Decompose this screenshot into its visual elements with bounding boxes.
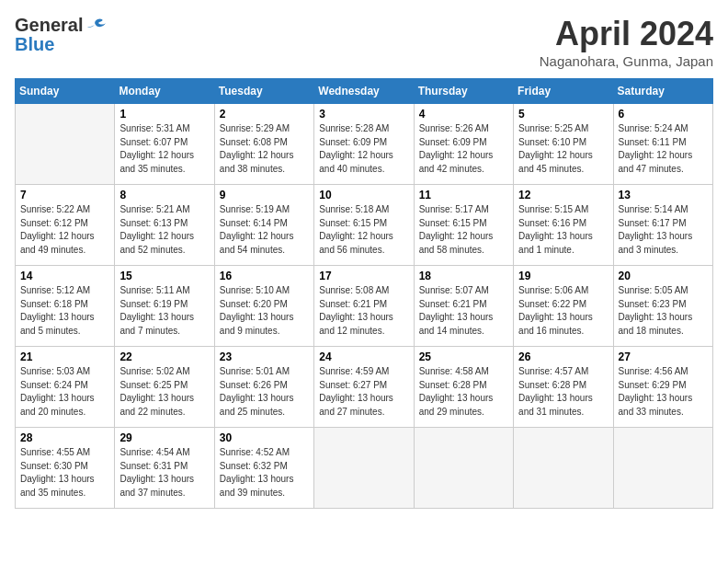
calendar-cell: 29Sunrise: 4:54 AM Sunset: 6:31 PM Dayli… <box>115 428 214 509</box>
day-number: 4 <box>419 108 508 121</box>
calendar-week-row: 28Sunrise: 4:55 AM Sunset: 6:30 PM Dayli… <box>16 428 713 509</box>
day-info: Sunrise: 5:02 AM Sunset: 6:25 PM Dayligh… <box>119 365 209 419</box>
day-info: Sunrise: 5:05 AM Sunset: 6:23 PM Dayligh… <box>619 284 708 338</box>
calendar-header-saturday: Saturday <box>613 79 712 104</box>
day-number: 14 <box>20 270 109 282</box>
calendar-cell: 2Sunrise: 5:29 AM Sunset: 6:08 PM Daylig… <box>214 104 313 185</box>
calendar-cell: 3Sunrise: 5:28 AM Sunset: 6:09 PM Daylig… <box>314 104 414 185</box>
calendar-cell: 1Sunrise: 5:31 AM Sunset: 6:07 PM Daylig… <box>115 104 214 185</box>
day-info: Sunrise: 4:54 AM Sunset: 6:31 PM Dayligh… <box>119 446 209 500</box>
day-info: Sunrise: 5:08 AM Sunset: 6:21 PM Dayligh… <box>319 284 408 338</box>
day-info: Sunrise: 5:11 AM Sunset: 6:19 PM Dayligh… <box>119 284 209 338</box>
calendar-cell: 7Sunrise: 5:22 AM Sunset: 6:12 PM Daylig… <box>16 185 115 266</box>
calendar-cell: 22Sunrise: 5:02 AM Sunset: 6:25 PM Dayli… <box>115 347 214 428</box>
calendar-week-row: 14Sunrise: 5:12 AM Sunset: 6:18 PM Dayli… <box>16 266 713 347</box>
day-info: Sunrise: 5:10 AM Sunset: 6:20 PM Dayligh… <box>220 284 309 338</box>
logo-bird-icon <box>85 17 106 34</box>
calendar-cell <box>514 428 613 509</box>
day-info: Sunrise: 4:57 AM Sunset: 6:28 PM Dayligh… <box>518 365 608 419</box>
calendar-cell: 23Sunrise: 5:01 AM Sunset: 6:26 PM Dayli… <box>214 347 313 428</box>
title-area: April 2024 Naganohara, Gunma, Japan <box>540 15 713 69</box>
calendar-cell: 10Sunrise: 5:18 AM Sunset: 6:15 PM Dayli… <box>314 185 414 266</box>
day-number: 25 <box>419 350 508 363</box>
calendar-cell: 5Sunrise: 5:25 AM Sunset: 6:10 PM Daylig… <box>514 104 613 185</box>
calendar-header-wednesday: Wednesday <box>314 79 414 104</box>
day-number: 27 <box>619 350 708 363</box>
day-number: 12 <box>518 189 608 201</box>
day-info: Sunrise: 5:15 AM Sunset: 6:16 PM Dayligh… <box>518 203 608 257</box>
day-number: 7 <box>20 189 109 201</box>
calendar-cell: 24Sunrise: 4:59 AM Sunset: 6:27 PM Dayli… <box>314 347 414 428</box>
calendar-header-friday: Friday <box>514 79 613 104</box>
day-number: 11 <box>419 189 508 201</box>
logo-blue-text: Blue <box>15 34 54 55</box>
day-info: Sunrise: 5:22 AM Sunset: 6:12 PM Dayligh… <box>20 203 109 257</box>
calendar-cell: 11Sunrise: 5:17 AM Sunset: 6:15 PM Dayli… <box>414 185 513 266</box>
calendar-cell: 14Sunrise: 5:12 AM Sunset: 6:18 PM Dayli… <box>16 266 115 347</box>
day-number: 18 <box>419 270 508 282</box>
calendar-week-row: 21Sunrise: 5:03 AM Sunset: 6:24 PM Dayli… <box>16 347 713 428</box>
logo-general-text: General <box>15 15 83 36</box>
day-info: Sunrise: 5:18 AM Sunset: 6:15 PM Dayligh… <box>319 203 408 257</box>
day-number: 9 <box>220 189 309 201</box>
calendar-cell <box>16 104 115 185</box>
page-header: General Blue April 2024 Naganohara, Gunm… <box>15 15 713 69</box>
calendar-cell: 16Sunrise: 5:10 AM Sunset: 6:20 PM Dayli… <box>214 266 313 347</box>
day-info: Sunrise: 5:31 AM Sunset: 6:07 PM Dayligh… <box>119 122 209 176</box>
day-info: Sunrise: 5:07 AM Sunset: 6:21 PM Dayligh… <box>419 284 508 338</box>
calendar-cell: 21Sunrise: 5:03 AM Sunset: 6:24 PM Dayli… <box>16 347 115 428</box>
day-info: Sunrise: 5:03 AM Sunset: 6:24 PM Dayligh… <box>20 365 109 419</box>
day-number: 30 <box>220 431 309 444</box>
day-info: Sunrise: 5:29 AM Sunset: 6:08 PM Dayligh… <box>220 122 309 176</box>
logo: General Blue <box>15 15 106 55</box>
day-info: Sunrise: 4:59 AM Sunset: 6:27 PM Dayligh… <box>319 365 408 419</box>
day-info: Sunrise: 4:55 AM Sunset: 6:30 PM Dayligh… <box>20 446 109 500</box>
day-info: Sunrise: 5:17 AM Sunset: 6:15 PM Dayligh… <box>419 203 508 257</box>
day-number: 26 <box>518 350 608 363</box>
day-info: Sunrise: 5:24 AM Sunset: 6:11 PM Dayligh… <box>619 122 708 176</box>
calendar-header-thursday: Thursday <box>414 79 513 104</box>
day-number: 5 <box>518 108 608 121</box>
day-info: Sunrise: 4:52 AM Sunset: 6:32 PM Dayligh… <box>220 446 309 500</box>
calendar-cell: 18Sunrise: 5:07 AM Sunset: 6:21 PM Dayli… <box>414 266 513 347</box>
location: Naganohara, Gunma, Japan <box>540 53 713 69</box>
day-number: 22 <box>119 350 209 363</box>
calendar-week-row: 1Sunrise: 5:31 AM Sunset: 6:07 PM Daylig… <box>16 104 713 185</box>
day-info: Sunrise: 5:25 AM Sunset: 6:10 PM Dayligh… <box>518 122 608 176</box>
day-number: 23 <box>220 350 309 363</box>
calendar-cell: 25Sunrise: 4:58 AM Sunset: 6:28 PM Dayli… <box>414 347 513 428</box>
calendar-week-row: 7Sunrise: 5:22 AM Sunset: 6:12 PM Daylig… <box>16 185 713 266</box>
calendar-cell: 28Sunrise: 4:55 AM Sunset: 6:30 PM Dayli… <box>16 428 115 509</box>
calendar-cell: 15Sunrise: 5:11 AM Sunset: 6:19 PM Dayli… <box>115 266 214 347</box>
day-info: Sunrise: 5:26 AM Sunset: 6:09 PM Dayligh… <box>419 122 508 176</box>
day-info: Sunrise: 5:19 AM Sunset: 6:14 PM Dayligh… <box>220 203 309 257</box>
day-info: Sunrise: 5:28 AM Sunset: 6:09 PM Dayligh… <box>319 122 408 176</box>
day-info: Sunrise: 4:58 AM Sunset: 6:28 PM Dayligh… <box>419 365 508 419</box>
calendar-table: SundayMondayTuesdayWednesdayThursdayFrid… <box>15 78 713 509</box>
day-info: Sunrise: 5:21 AM Sunset: 6:13 PM Dayligh… <box>119 203 209 257</box>
day-info: Sunrise: 5:06 AM Sunset: 6:22 PM Dayligh… <box>518 284 608 338</box>
day-info: Sunrise: 5:01 AM Sunset: 6:26 PM Dayligh… <box>220 365 309 419</box>
calendar-cell <box>414 428 513 509</box>
day-number: 24 <box>319 350 408 363</box>
day-number: 3 <box>319 108 408 121</box>
calendar-cell: 19Sunrise: 5:06 AM Sunset: 6:22 PM Dayli… <box>514 266 613 347</box>
calendar-cell: 30Sunrise: 4:52 AM Sunset: 6:32 PM Dayli… <box>214 428 313 509</box>
day-number: 2 <box>220 108 309 121</box>
calendar-header-tuesday: Tuesday <box>214 79 313 104</box>
day-info: Sunrise: 4:56 AM Sunset: 6:29 PM Dayligh… <box>619 365 708 419</box>
calendar-cell <box>613 428 712 509</box>
day-number: 19 <box>518 270 608 282</box>
day-number: 20 <box>619 270 708 282</box>
month-title: April 2024 <box>540 15 713 53</box>
calendar-header-row: SundayMondayTuesdayWednesdayThursdayFrid… <box>16 79 713 104</box>
calendar-cell: 6Sunrise: 5:24 AM Sunset: 6:11 PM Daylig… <box>613 104 712 185</box>
calendar-cell: 13Sunrise: 5:14 AM Sunset: 6:17 PM Dayli… <box>613 185 712 266</box>
calendar-cell: 9Sunrise: 5:19 AM Sunset: 6:14 PM Daylig… <box>214 185 313 266</box>
calendar-cell: 8Sunrise: 5:21 AM Sunset: 6:13 PM Daylig… <box>115 185 214 266</box>
calendar-header-monday: Monday <box>115 79 214 104</box>
day-number: 13 <box>619 189 708 201</box>
calendar-header-sunday: Sunday <box>16 79 115 104</box>
day-number: 17 <box>319 270 408 282</box>
day-number: 10 <box>319 189 408 201</box>
